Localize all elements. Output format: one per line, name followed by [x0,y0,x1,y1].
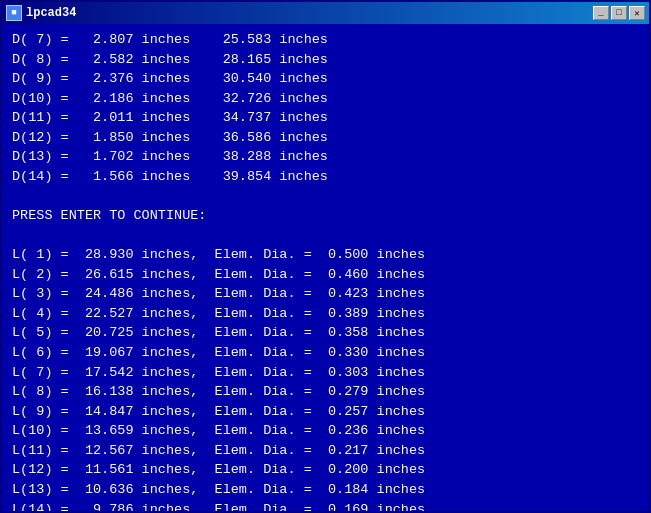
main-window: ■ lpcad34 _ □ ✕ D( 7) = 2.807 inches 25.… [0,0,651,513]
minimize-button[interactable]: _ [593,6,609,20]
maximize-button[interactable]: □ [611,6,627,20]
window-controls: _ □ ✕ [593,6,645,20]
title-bar-left: ■ lpcad34 [6,5,76,21]
close-button[interactable]: ✕ [629,6,645,20]
window-title: lpcad34 [26,6,76,20]
console-output: D( 7) = 2.807 inches 25.583 inches D( 8)… [2,24,649,511]
title-bar: ■ lpcad34 _ □ ✕ [2,2,649,24]
app-icon: ■ [6,5,22,21]
